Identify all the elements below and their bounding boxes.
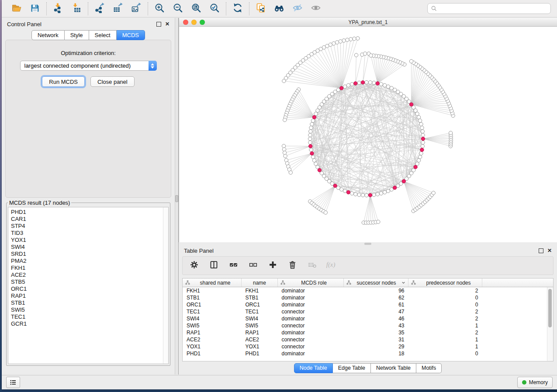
export-image-button[interactable] <box>131 3 142 14</box>
table-row[interactable]: ACE2ACE2connector311 <box>183 336 553 343</box>
network-graph-canvas[interactable] <box>179 27 557 242</box>
close-panel-button[interactable]: Close panel <box>90 76 135 87</box>
import-network-button[interactable] <box>52 3 64 14</box>
mcds-result-item[interactable]: PMA2 <box>11 258 168 265</box>
mcds-result-item[interactable]: TEC1 <box>11 313 168 320</box>
table-settings-button[interactable] <box>189 261 199 271</box>
table-cell[interactable]: 1 <box>408 322 482 329</box>
node-table-grid[interactable]: shared namenameMCDS rolesuccessor nodesp… <box>183 279 553 357</box>
table-cell[interactable]: 2 <box>408 287 482 295</box>
table-cell[interactable]: STB1 <box>183 294 242 301</box>
table-cell[interactable]: RAP1 <box>242 329 278 336</box>
zoom-selected-button[interactable] <box>209 3 220 14</box>
table-cell[interactable]: 0 <box>408 350 482 357</box>
table-cell[interactable]: 46 <box>344 315 408 322</box>
table-cell[interactable]: connector <box>278 322 344 329</box>
table-row[interactable]: STB1STB1dominator620 <box>183 294 553 301</box>
mcds-result-item[interactable]: ACE2 <box>11 272 168 279</box>
tab-network[interactable]: Network <box>31 30 65 40</box>
window-zoom-button[interactable] <box>200 20 205 25</box>
mcds-result-item[interactable]: SRD1 <box>11 251 168 258</box>
table-cell[interactable]: dominator <box>278 329 344 336</box>
table-row[interactable]: YOX1YOX1connector291 <box>183 343 553 350</box>
table-cell[interactable]: STB1 <box>242 294 278 301</box>
table-row[interactable]: FKH1FKH1dominator962 <box>183 287 553 295</box>
refresh-layout-button[interactable] <box>232 3 243 14</box>
table-cell[interactable]: 96 <box>344 287 408 295</box>
mcds-result-item[interactable]: RAP1 <box>11 292 168 299</box>
column-header-name[interactable]: name <box>242 279 278 287</box>
table-cell[interactable]: dominator <box>278 287 344 295</box>
table-cell[interactable]: TEC1 <box>242 308 278 315</box>
table-cell[interactable]: 2 <box>408 315 482 322</box>
table-cell[interactable]: dominator <box>278 350 344 357</box>
column-header-successor-nodes[interactable]: successor nodes <box>344 279 408 287</box>
table-cell[interactable]: SWI4 <box>242 315 278 322</box>
mcds-result-item[interactable]: GCR1 <box>11 320 168 327</box>
table-scrollbar-thumb[interactable] <box>548 289 552 327</box>
show-all-button[interactable] <box>310 3 322 14</box>
table-cell[interactable]: 0 <box>408 294 482 301</box>
zoom-in-button[interactable] <box>154 3 165 14</box>
panel-splitter[interactable] <box>175 18 179 375</box>
memory-button[interactable]: Memory <box>517 377 553 388</box>
export-network-button[interactable] <box>94 3 105 14</box>
table-cell[interactable]: 31 <box>344 336 408 343</box>
delete-row-button[interactable] <box>287 261 298 271</box>
table-cell[interactable]: ORC1 <box>242 301 278 308</box>
table-cell[interactable]: RAP1 <box>183 329 242 336</box>
mcds-result-item[interactable]: SWI5 <box>11 306 168 313</box>
table-cell[interactable]: ACE2 <box>183 336 242 343</box>
column-header-shared-name[interactable]: shared name <box>183 279 242 287</box>
table-cell[interactable]: 1 <box>408 343 482 350</box>
column-header-mcds-role[interactable]: MCDS role <box>278 279 344 287</box>
search-box[interactable] <box>427 3 551 14</box>
splitter-handle-icon[interactable] <box>175 195 178 202</box>
mcds-result-item[interactable]: STB1 <box>11 299 168 306</box>
mcds-result-item[interactable]: STP4 <box>11 223 168 230</box>
table-cell[interactable]: dominator <box>278 301 344 308</box>
table-cell[interactable]: SWI4 <box>183 315 242 322</box>
table-cell[interactable]: 47 <box>344 308 408 315</box>
table-row[interactable]: SWI5SWI5connector431 <box>183 322 553 329</box>
first-neighbors-button[interactable] <box>273 3 285 14</box>
table-cell[interactable]: PHD1 <box>183 350 242 357</box>
table-row[interactable]: RAP1RAP1dominator352 <box>183 329 553 336</box>
run-mcds-button[interactable]: Run MCDS <box>42 76 85 87</box>
float-table-panel-icon[interactable] <box>539 248 543 253</box>
network-window-titlebar[interactable]: YPA_prune.txt_1 <box>179 18 557 27</box>
table-cell[interactable]: connector <box>278 343 344 350</box>
table-cell[interactable]: dominator <box>278 315 344 322</box>
table-cell[interactable]: 2 <box>408 329 482 336</box>
table-cell[interactable]: ORC1 <box>183 301 242 308</box>
mcds-result-list[interactable]: PHD1CAR1STP4TID3YOX1SWI4SRD1PMA2FKH1ACE2… <box>8 207 169 364</box>
mcds-result-item[interactable]: TID3 <box>11 230 168 237</box>
table-cell[interactable]: connector <box>278 336 344 343</box>
zoom-out-button[interactable] <box>172 3 183 14</box>
table-cell[interactable]: 0 <box>408 301 482 308</box>
tab-edge-table[interactable]: Edge Table <box>333 363 371 373</box>
zoom-fit-button[interactable] <box>190 3 202 14</box>
table-cell[interactable]: YOX1 <box>242 343 278 350</box>
task-history-button[interactable] <box>6 377 20 388</box>
add-row-button[interactable] <box>267 261 278 271</box>
import-table-button[interactable] <box>71 3 82 14</box>
table-cell[interactable]: TEC1 <box>183 308 242 315</box>
table-cell[interactable]: FKH1 <box>183 287 242 295</box>
mcds-result-item[interactable]: SWI4 <box>11 244 168 251</box>
table-scrollbar[interactable] <box>547 287 553 361</box>
float-panel-icon[interactable] <box>156 22 161 27</box>
window-minimize-button[interactable] <box>191 20 197 25</box>
mcds-result-item[interactable]: CAR1 <box>11 216 168 223</box>
table-cell[interactable]: ACE2 <box>242 336 278 343</box>
mcds-result-item[interactable]: PHD1 <box>11 209 168 216</box>
export-table-button[interactable] <box>112 3 124 14</box>
tab-node-table[interactable]: Node Table <box>294 363 333 373</box>
table-cell[interactable]: 2 <box>408 308 482 315</box>
table-cell[interactable]: 43 <box>344 322 408 329</box>
table-cell[interactable]: PHD1 <box>242 350 278 357</box>
table-cell[interactable]: 62 <box>344 294 408 301</box>
tab-mcds[interactable]: MCDS <box>117 30 145 40</box>
show-columns-button[interactable] <box>208 261 219 271</box>
search-input[interactable] <box>439 5 547 12</box>
